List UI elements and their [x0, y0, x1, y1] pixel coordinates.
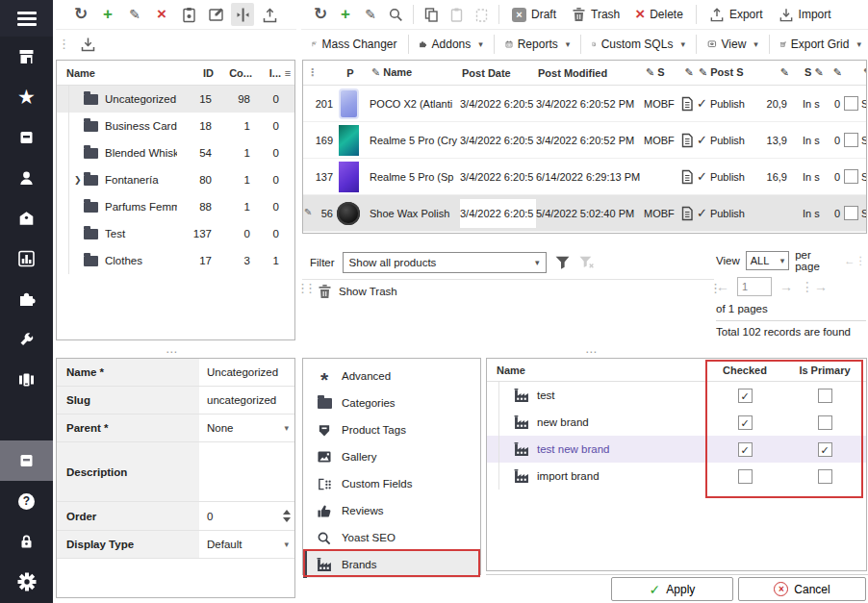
brands-header[interactable]: Name Checked Is Primary: [487, 359, 866, 382]
primary-checkbox[interactable]: [818, 415, 832, 430]
brand-row[interactable]: new brand ✓: [487, 409, 866, 436]
last-page-icon[interactable]: ⋮→: [801, 279, 828, 294]
tab-product-tags[interactable]: Product Tags: [303, 416, 480, 443]
tab-advanced[interactable]: * Advanced: [303, 363, 480, 389]
spinner-icons[interactable]: [283, 510, 291, 522]
slug-field[interactable]: uncategorized: [199, 387, 294, 414]
sidebar-item-settings[interactable]: [0, 562, 53, 602]
description-field[interactable]: [199, 442, 294, 501]
col-count[interactable]: Co...: [214, 67, 252, 79]
sort-icon[interactable]: ≡: [281, 67, 294, 79]
delete-category-button[interactable]: ×: [150, 3, 173, 26]
search-button[interactable]: [384, 3, 407, 26]
brand-row-selected[interactable]: test new brand ✓ ✓: [487, 436, 866, 463]
refresh-products-button[interactable]: ↻: [309, 3, 332, 26]
category-row[interactable]: Business Cards 1810: [57, 113, 294, 139]
category-row[interactable]: Uncategorized 15980: [57, 86, 294, 113]
name-field[interactable]: Uncategorized: [199, 359, 294, 386]
categories-header[interactable]: Name ID Co... I... ≡: [57, 61, 294, 86]
col-product-name[interactable]: ✎ Name: [366, 66, 462, 79]
clipboard-preview-button[interactable]: [177, 3, 200, 26]
splitter-handle[interactable]: ⋮: [304, 285, 317, 292]
export-button[interactable]: Export: [702, 3, 770, 26]
reports-dropdown[interactable]: Reports▾: [498, 33, 577, 56]
sidebar-item-store[interactable]: [0, 37, 53, 77]
split-view-button[interactable]: [231, 3, 254, 26]
checked-checkbox[interactable]: ✓: [738, 415, 753, 430]
col-post-modified[interactable]: Post Modified: [538, 67, 646, 79]
col-content[interactable]: ✎: [679, 66, 699, 79]
col-brand-name[interactable]: Name: [487, 364, 706, 376]
copy-button[interactable]: [420, 3, 443, 26]
edit-category-button[interactable]: ✎: [123, 3, 146, 26]
col-sku[interactable]: ✎ S: [646, 66, 679, 79]
add-category-button[interactable]: +: [96, 3, 119, 26]
tab-reviews[interactable]: Reviews: [303, 497, 480, 524]
col-stock[interactable]: S ✎: [804, 66, 830, 79]
tab-categories[interactable]: Categories: [303, 389, 480, 416]
brand-row[interactable]: import brand: [487, 463, 866, 490]
paste-special-button[interactable]: [470, 3, 493, 26]
col-is-primary[interactable]: Is Primary: [783, 364, 866, 376]
sidebar-item-addons[interactable]: [0, 279, 53, 319]
category-row[interactable]: Test 13700: [57, 220, 294, 247]
add-product-button[interactable]: +: [334, 3, 357, 26]
row-checkbox[interactable]: [844, 206, 858, 220]
next-page-icon[interactable]: →: [779, 279, 793, 294]
show-trash-button[interactable]: Show Trash: [318, 284, 397, 299]
per-page-select[interactable]: ALL ▾: [746, 251, 790, 270]
col-inner[interactable]: I...: [252, 67, 281, 79]
product-row[interactable]: 201 POCO X2 (Atlanti 3/4/2022 6:20:5 3/4…: [303, 86, 866, 122]
custom-sqls-dropdown[interactable]: Custom SQLs▾: [585, 33, 692, 56]
row-checkbox[interactable]: [844, 169, 858, 184]
tab-brands[interactable]: Brands: [303, 551, 480, 578]
sidebar-item-help[interactable]: ?: [0, 481, 53, 521]
splitter-handle[interactable]: ⋯: [585, 345, 598, 359]
post-date-editing[interactable]: 3/4/2022 6:20:5: [460, 199, 536, 228]
row-checkbox[interactable]: [844, 96, 858, 111]
sidebar-item-coupons[interactable]: [0, 198, 53, 239]
col-price[interactable]: ✎: [760, 66, 789, 79]
sidebar-item-security[interactable]: [0, 521, 53, 562]
sidebar-item-customers[interactable]: [0, 158, 53, 198]
col-sh[interactable]: ✎: [863, 66, 866, 79]
delete-button[interactable]: × Delete: [628, 3, 690, 26]
category-row[interactable]: Parfums Femme 8810: [57, 193, 294, 220]
col-post-status[interactable]: ✎ Post S: [699, 66, 760, 79]
sidebar-item-favorites[interactable]: ★: [0, 77, 53, 117]
product-row[interactable]: 169 Realme 5 Pro (Cry 3/4/2022 6:20:5 3/…: [303, 122, 866, 159]
checked-checkbox[interactable]: ✓: [738, 442, 753, 457]
menu-button[interactable]: [0, 0, 53, 37]
row-checkbox[interactable]: [844, 133, 858, 147]
toolbar-drag-handle[interactable]: ⋮: [58, 40, 70, 48]
product-row[interactable]: 137 Realme 5 Pro (Sp 3/4/2022 6:20:5 6/1…: [303, 159, 866, 195]
sidebar-item-devices[interactable]: [0, 360, 53, 400]
view-dropdown[interactable]: View▾: [701, 33, 765, 56]
image-edit-button[interactable]: [204, 3, 227, 26]
apply-button[interactable]: ✓ Apply: [611, 577, 733, 601]
category-row[interactable]: ❯ Fontanería 8010: [57, 166, 294, 193]
draft-button[interactable]: × Draft: [505, 3, 563, 26]
cancel-button[interactable]: × Cancel: [738, 577, 866, 601]
category-row[interactable]: Blended Whisky 5410: [57, 139, 294, 166]
checked-checkbox[interactable]: ✓: [738, 389, 753, 403]
paste-button[interactable]: [445, 3, 468, 26]
trash-button[interactable]: Trash: [565, 3, 626, 26]
products-header[interactable]: ⋮ P ✎ Name Post Date Post Modified ✎ S ✎…: [303, 61, 866, 86]
page-number-input[interactable]: [737, 277, 772, 296]
col-id[interactable]: ID: [179, 67, 214, 79]
export-grid-dropdown[interactable]: Export Grid▾: [774, 33, 868, 56]
tab-custom-fields[interactable]: Custom Fields: [303, 470, 480, 497]
col-checked[interactable]: Checked: [706, 364, 783, 376]
display-type-select[interactable]: Default▾: [199, 531, 294, 558]
col-name[interactable]: Name: [57, 67, 179, 79]
sidebar-item-orders[interactable]: [0, 117, 53, 158]
sidebar-item-products[interactable]: [0, 440, 53, 481]
category-row[interactable]: Clothes 1731: [57, 247, 294, 274]
col-qty[interactable]: ✎: [830, 66, 842, 79]
filter-select[interactable]: Show all products ▾: [343, 252, 547, 273]
splitter-handle[interactable]: ⋯: [166, 345, 178, 359]
import-button[interactable]: Import: [772, 3, 838, 26]
sidebar-item-tools[interactable]: [0, 319, 53, 360]
mass-changer-button[interactable]: * Mass Changer: [305, 33, 404, 56]
